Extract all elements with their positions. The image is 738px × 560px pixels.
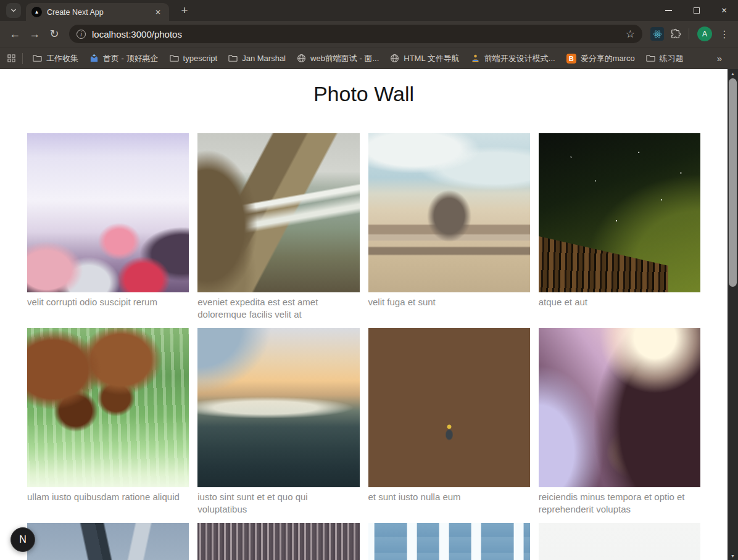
folder-icon (228, 54, 238, 63)
photo-caption: atque et aut (539, 296, 700, 308)
bookmark-homepage[interactable]: 首页 - 顶好惠企 (84, 51, 164, 67)
photo-card: velit corrupti odio suscipit rerum (27, 133, 189, 328)
puzzle-icon (670, 28, 681, 39)
bookmark-web-frontend-interview[interactable]: web前端面试 - 面... (291, 51, 384, 67)
photo-card (368, 523, 530, 560)
photo-woman-sun-flare (539, 328, 700, 487)
photo-grid: velit corrupti odio suscipit rerum eveni… (27, 133, 700, 560)
tab-strip: ▲ Create Next App ✕ + ✕ (0, 0, 738, 21)
bookmarks-divider (22, 53, 23, 64)
new-tab-button[interactable]: + (176, 2, 193, 19)
forward-button[interactable]: → (25, 24, 44, 44)
tab-title: Create Next App (47, 8, 147, 17)
page-title: Photo Wall (0, 82, 728, 105)
photo-city-skyline-bench (368, 328, 530, 487)
photo-caption: iusto sint sunt et et quo qui voluptatib… (197, 491, 359, 516)
photo-card: reiciendis minus tempora et optio et rep… (539, 328, 700, 523)
minimize-button[interactable] (655, 0, 682, 21)
photo-card (539, 523, 700, 560)
bookmark-marco-blog[interactable]: B 爱分享的marco (561, 51, 641, 67)
bookmark-label: 工作收集 (46, 53, 78, 64)
bookmark-label: Jan Marshal (242, 54, 286, 63)
profile-avatar[interactable]: A (697, 27, 712, 41)
person-gold-icon (471, 54, 480, 63)
photo-caption: velit corrupti odio suscipit rerum (27, 296, 189, 308)
react-devtools-button[interactable] (650, 27, 664, 41)
photo-card: iusto sint sunt et et quo qui voluptatib… (197, 328, 359, 523)
globe-icon (297, 54, 306, 63)
page-content: Photo Wall velit corrupti odio suscipit … (0, 69, 728, 560)
bookmarks-bar: 工作收集 首页 - 顶好惠企 typescript Jan Marshal we… (0, 47, 738, 69)
bookmark-work-collection[interactable]: 工作收集 (27, 51, 84, 67)
bookmark-jan-marshal[interactable]: Jan Marshal (223, 51, 291, 67)
tab-create-next-app[interactable]: ▲ Create Next App ✕ (26, 3, 169, 21)
bookmark-label: HTML 文件导航 (404, 53, 460, 64)
photo-ocean-wave-sunset (197, 328, 359, 487)
apps-button[interactable] (7, 54, 15, 62)
site-info-icon[interactable]: i (77, 30, 86, 39)
bookmark-label: 练习题 (660, 53, 684, 64)
photo-card (197, 523, 359, 560)
photo-caption: eveniet expedita est est amet doloremque… (197, 296, 359, 321)
photo-frozen-berries (27, 133, 189, 292)
close-button[interactable]: ✕ (710, 0, 738, 21)
bookmark-label: 前端开发设计模式... (484, 53, 555, 64)
bookmark-label: typescript (183, 54, 218, 63)
minimize-icon (665, 10, 672, 10)
bookmark-label: web前端面试 - 面... (310, 53, 379, 64)
apps-grid-icon (7, 54, 15, 62)
reload-button[interactable]: ↻ (44, 24, 64, 44)
bookmark-exercises[interactable]: 练习题 (641, 51, 689, 67)
browser-window: ▲ Create Next App ✕ + ✕ ← → ↻ i localhos… (0, 0, 738, 560)
photo-blue-roof-house (368, 523, 530, 560)
photo-card: atque et aut (539, 133, 700, 328)
react-atom-icon (653, 30, 662, 39)
photo-card: et sunt iusto nulla eum (368, 328, 530, 523)
photo-dogs-in-grass (27, 328, 189, 487)
tab-close-button[interactable]: ✕ (152, 7, 164, 18)
photo-person-on-bench-dunes (368, 133, 530, 292)
bookmark-typescript[interactable]: typescript (164, 51, 223, 67)
tab-search-button[interactable] (6, 3, 21, 18)
bookmark-label: 爱分享的marco (581, 53, 635, 64)
scroll-up-button[interactable]: ▲ (728, 69, 738, 78)
maximize-icon (694, 7, 700, 14)
photo-card: velit fuga et sunt (368, 133, 530, 328)
nextjs-dev-badge[interactable]: N (10, 527, 35, 552)
blogger-icon: B (566, 54, 576, 64)
photo-night-sky-fence (539, 133, 700, 292)
photo-card: ullam iusto quibusdam ratione aliquid (27, 328, 189, 523)
bookmark-html-file-nav[interactable]: HTML 文件导航 (384, 51, 465, 67)
window-controls: ✕ (655, 0, 738, 21)
url-text[interactable]: localhost:3000/photos (92, 29, 182, 39)
folder-icon (646, 54, 655, 63)
toolbar-divider (689, 28, 689, 39)
photo-misty-forest-mountain (197, 523, 359, 560)
folder-icon (33, 54, 42, 63)
bookmark-label: 首页 - 顶好惠企 (103, 53, 159, 64)
globe-icon (390, 54, 399, 63)
photo-card (27, 523, 189, 560)
photo-card: eveniet expedita est est amet doloremque… (197, 133, 359, 328)
folder-icon (170, 54, 179, 63)
back-button[interactable]: ← (5, 24, 25, 44)
chevron-down-icon (10, 7, 17, 14)
scroll-down-button[interactable]: ▼ (728, 551, 738, 560)
extensions-button[interactable] (670, 28, 681, 39)
photo-abstract-architecture (27, 523, 189, 560)
photo-caption: velit fuga et sunt (368, 296, 530, 308)
address-bar[interactable]: i localhost:3000/photos ☆ (69, 25, 642, 43)
photo-caption: et sunt iusto nulla eum (368, 491, 530, 503)
photo-bright-snow-scene (539, 523, 700, 560)
building-blue-icon (89, 54, 99, 63)
scrollbar[interactable]: ▲ ▼ (728, 69, 738, 560)
scrollbar-thumb[interactable] (729, 78, 737, 287)
bookmarks-overflow-button[interactable]: » (717, 53, 722, 64)
bookmark-star-icon[interactable]: ☆ (626, 28, 635, 41)
photo-caption: reiciendis minus tempora et optio et rep… (539, 491, 700, 516)
browser-menu-button[interactable]: ⋮ (719, 28, 729, 40)
bookmark-frontend-design-patterns[interactable]: 前端开发设计模式... (465, 51, 561, 67)
photo-caption: ullam iusto quibusdam ratione aliquid (27, 491, 189, 503)
maximize-button[interactable] (682, 0, 710, 21)
toolbar: ← → ↻ i localhost:3000/photos ☆ A ⋮ (0, 21, 738, 47)
